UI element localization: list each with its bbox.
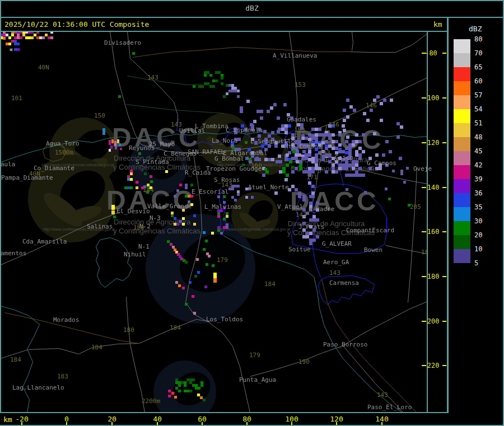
legend-boundary-label: 70 [474,50,491,57]
bottom-axis: km -20020406080100120140 [0,413,503,425]
legend-swatch [454,193,470,207]
legend-boundary-label: 42 [474,162,491,168]
legend-swatch [454,53,470,67]
legend-swatch [454,137,470,151]
bottom-axis-tick [381,422,382,425]
legend-boundary-label: 80 [474,36,491,43]
legend-boundary-label: 39 [474,176,491,182]
legend-swatch [454,95,470,109]
legend-boundary-label: 65 [474,64,491,71]
bottom-axis-tick [291,422,292,425]
legend-swatch [454,207,470,221]
legend-boundary-label: 20 [474,232,491,238]
window-title: dBZ [0,0,504,17]
reflectivity-legend: dBZ 807065605754514845423936353020105 [449,18,503,424]
legend-swatch [454,151,470,165]
bottom-axis-tick [111,422,113,425]
legend-swatch [454,249,470,263]
legend-boundary-label: 5 [474,260,491,266]
timestamp-label: 2025/10/22 01:36:00 UTC Composite [4,20,149,29]
right-axis-unit-label: km [433,20,442,29]
legend-boundary-label: 45 [474,148,491,155]
legend-swatch [454,39,470,53]
legend-swatch [454,81,470,95]
outer-border-left [0,0,1,426]
bottom-axis-tick [21,422,22,425]
legend-swatch [454,165,470,179]
divider-line [0,17,504,18]
bottom-axis-tick [202,422,203,425]
legend-boundary-label: 35 [474,204,491,210]
legend-boundary-label: 30 [474,218,491,224]
bottom-axis-tick [157,422,158,425]
map-border-right [427,31,428,413]
legend-swatch [454,235,470,249]
legend-swatch [454,123,470,137]
radar-echo-canvas [0,0,504,426]
legend-boundary-label: 10 [474,246,491,252]
bottom-axis-unit-label: km [3,415,12,424]
legend-boundary-label: 48 [474,134,491,141]
map-border-top [0,31,448,32]
legend-boundary-label: 54 [474,106,491,113]
legend-title: dBZ [469,25,482,33]
legend-boundary-label: 60 [474,78,491,85]
bottom-axis-tick [66,422,67,425]
radar-viewer-window: DACCDACCDACCDACCDirección de Agricultura… [0,0,504,426]
legend-swatch [454,109,470,123]
legend-swatch [454,67,470,81]
bottom-axis-tick [246,422,248,425]
bottom-axis-tick [336,422,337,425]
legend-boundary-label: 36 [474,190,491,196]
outer-border-top [0,0,504,1]
legend-swatch [454,221,470,235]
legend-swatch [454,179,470,193]
legend-boundary-label: 57 [474,92,491,99]
legend-boundary-label: 51 [474,120,491,127]
